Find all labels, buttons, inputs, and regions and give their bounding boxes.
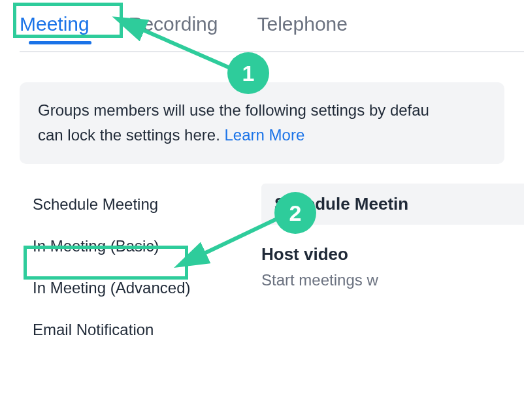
tab-recording[interactable]: Recording <box>129 13 218 43</box>
content-area: Schedule Meeting In Meeting (Basic) In M… <box>0 184 524 351</box>
setting-host-video-title: Host video <box>261 244 524 265</box>
sidebar-item-in-meeting-basic[interactable]: In Meeting (Basic) <box>33 225 235 267</box>
learn-more-link[interactable]: Learn More <box>225 126 305 144</box>
sidebar-item-schedule-meeting[interactable]: Schedule Meeting <box>33 184 235 225</box>
info-text-line1: Groups members will use the following se… <box>38 101 429 119</box>
tab-meeting[interactable]: Meeting <box>20 13 90 43</box>
sidebar-item-in-meeting-advanced[interactable]: In Meeting (Advanced) <box>33 267 235 309</box>
tab-bar: Meeting Recording Telephone <box>0 0 524 43</box>
tab-divider <box>20 51 524 52</box>
info-banner: Groups members will use the following se… <box>20 82 504 164</box>
info-text-line2: can lock the settings here. <box>38 126 225 144</box>
setting-host-video-desc: Start meetings w <box>261 271 524 289</box>
tab-telephone[interactable]: Telephone <box>257 13 347 43</box>
main-panel: Schedule Meetin Host video Start meeting… <box>235 184 524 351</box>
active-tab-underline <box>29 41 91 44</box>
settings-sidebar: Schedule Meeting In Meeting (Basic) In M… <box>0 184 235 351</box>
section-header-schedule-meeting: Schedule Meetin <box>261 184 524 225</box>
sidebar-item-email-notification[interactable]: Email Notification <box>33 309 235 351</box>
